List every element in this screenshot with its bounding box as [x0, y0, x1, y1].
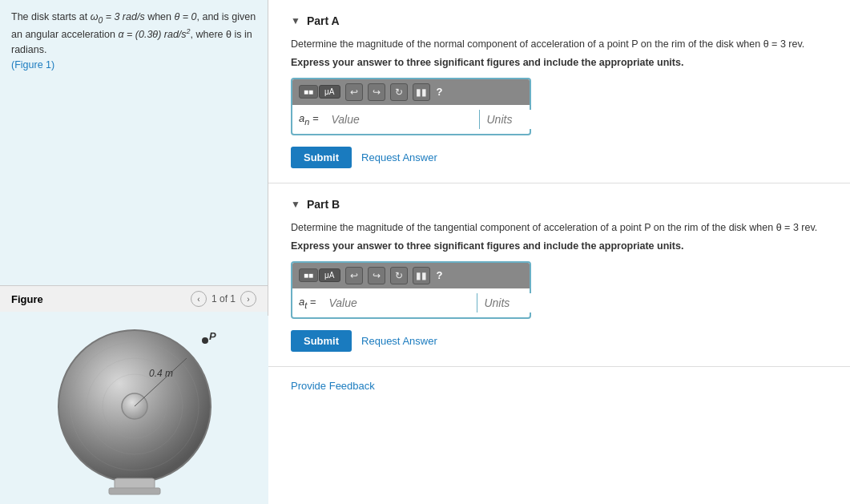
part-b-submit-button[interactable]: Submit [291, 330, 352, 352]
part-a-instruction: Express your answer to three significant… [291, 57, 828, 68]
toolbar-group-1: ■■ μA [299, 85, 340, 99]
svg-rect-6 [109, 488, 160, 494]
toolbar-undo-btn-a[interactable]: ↩ [345, 83, 363, 101]
part-a-question: Determine the magnitude of the normal co… [291, 37, 828, 52]
part-a-answer-box: ■■ μA ↩ ↪ ↻ ▮▮ ? an = [291, 78, 531, 135]
toolbar-reset-btn-b[interactable]: ↻ [390, 267, 408, 284]
toolbar-redo-btn-b[interactable]: ↪ [368, 267, 385, 284]
figure-next-button[interactable]: › [240, 291, 256, 307]
part-b-question: Determine the magnitude of the tangentia… [291, 220, 828, 236]
part-b-body: Determine the magnitude of the tangentia… [291, 220, 828, 352]
omega-value: ω0 = 3 rad/s [91, 11, 145, 22]
part-a-actions: Submit Request Answer [291, 147, 828, 168]
disk-figure: P 0.4 m [0, 316, 268, 504]
part-a-label: an = [299, 112, 318, 127]
part-a-title: Part A [307, 14, 340, 27]
figure-link[interactable]: (Figure 1) [11, 59, 54, 71]
toolbar-group-b: ■■ μA [299, 268, 340, 282]
left-panel: The disk starts at ω0 = 3 rad/s when θ =… [0, 0, 268, 504]
toolbar-undo-btn-b[interactable]: ↩ [345, 267, 363, 284]
part-b-request-answer-link[interactable]: Request Answer [361, 335, 437, 347]
toolbar-redo-btn-a[interactable]: ↪ [368, 83, 385, 101]
part-b-units-input[interactable] [477, 293, 550, 312]
figure-prev-button[interactable]: ‹ [191, 291, 207, 307]
toolbar-keyboard-btn-a[interactable]: ▮▮ [413, 83, 430, 101]
part-b-label: at = [299, 296, 316, 310]
part-a-body: Determine the magnitude of the normal co… [291, 37, 828, 168]
part-b-collapse-arrow[interactable]: ▼ [291, 199, 300, 210]
disk-container: P 0.4 m [46, 322, 223, 498]
svg-text:P: P [209, 330, 216, 342]
part-b-fields: at = [292, 288, 530, 317]
toolbar-mu-btn-b[interactable]: μA [319, 268, 340, 282]
part-a-units-input[interactable] [480, 110, 552, 129]
problem-description: The disk starts at ω0 = 3 rad/s when θ =… [0, 0, 268, 83]
disk-svg: P 0.4 m [46, 322, 223, 498]
toolbar-reset-btn-a[interactable]: ↻ [390, 83, 408, 101]
alpha-value: α = (0.3θ) rad/s2 [118, 29, 190, 40]
part-b-actions: Submit Request Answer [291, 330, 828, 352]
part-b-answer-box: ■■ μA ↩ ↪ ↻ ▮▮ ? at = [291, 261, 531, 319]
part-a-fields: an = [292, 105, 530, 134]
part-b-section: ▼ Part B Determine the magnitude of the … [268, 183, 850, 367]
figure-nav: ‹ 1 of 1 › [191, 291, 256, 307]
toolbar-help-a[interactable]: ? [437, 86, 443, 98]
part-a-collapse-arrow[interactable]: ▼ [291, 15, 300, 26]
figure-label-bar: Figure ‹ 1 of 1 › [0, 285, 268, 312]
part-a-submit-button[interactable]: Submit [291, 147, 352, 168]
part-b-value-input[interactable] [322, 293, 477, 312]
part-a-toolbar: ■■ μA ↩ ↪ ↻ ▮▮ ? [292, 79, 530, 105]
part-b-instruction: Express your answer to three significant… [291, 240, 828, 252]
figure-label: Figure [11, 293, 43, 305]
right-panel: ▼ Part A Determine the magnitude of the … [268, 0, 850, 504]
part-a-request-answer-link[interactable]: Request Answer [361, 151, 437, 163]
part-a-section: ▼ Part A Determine the magnitude of the … [268, 0, 850, 183]
toolbar-mu-btn-a[interactable]: μA [319, 85, 340, 99]
part-b-toolbar: ■■ μA ↩ ↪ ↻ ▮▮ ? [292, 263, 530, 288]
toolbar-keyboard-btn-b[interactable]: ▮▮ [413, 267, 430, 284]
part-a-header: ▼ Part A [291, 14, 828, 27]
toolbar-layout-btn-b[interactable]: ■■ [299, 268, 318, 282]
provide-feedback-link[interactable]: Provide Feedback [268, 367, 850, 405]
svg-text:0.4 m: 0.4 m [149, 368, 173, 379]
figure-page: 1 of 1 [211, 293, 236, 304]
toolbar-layout-btn[interactable]: ■■ [299, 85, 318, 99]
theta-zero: θ = 0 [175, 11, 197, 22]
svg-point-7 [202, 337, 208, 344]
description-text: The disk starts at ω0 = 3 rad/s when θ =… [11, 11, 256, 55]
part-b-title: Part B [307, 198, 340, 211]
toolbar-help-b[interactable]: ? [437, 269, 443, 281]
part-a-value-input[interactable] [324, 110, 480, 129]
part-b-header: ▼ Part B [291, 198, 828, 211]
